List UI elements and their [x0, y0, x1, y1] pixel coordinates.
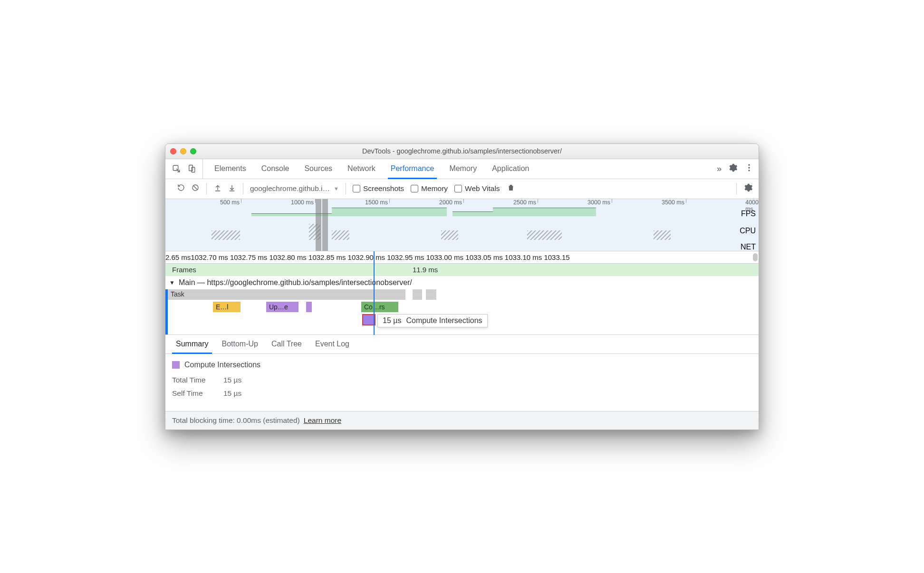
devtools-window: DevTools - googlechrome.github.io/sample… [165, 143, 759, 430]
frames-value: 11.9 ms [413, 266, 438, 274]
task-span[interactable]: Task [168, 289, 405, 300]
svg-point-3 [748, 164, 750, 166]
tooltip-name: Compute Intersections [406, 316, 482, 325]
vertical-scrollbar[interactable] [753, 253, 758, 261]
recording-selector[interactable]: googlechrome.github.i… ▼ [250, 184, 339, 193]
tab-elements[interactable]: Elements [207, 159, 254, 179]
event-span[interactable]: Co…rs [361, 302, 398, 312]
svg-rect-2 [192, 167, 195, 172]
main-thread-title: Main — https://googlechrome.github.io/sa… [179, 278, 412, 287]
flame-chart[interactable]: Task E…l Up…e Co…rs 15 µs Compute Inters… [165, 289, 759, 335]
dropdown-triangle-icon: ▼ [334, 186, 339, 191]
inspect-icon[interactable] [172, 164, 181, 173]
main-tabs-row: Elements Console Sources Network Perform… [165, 159, 759, 179]
kebab-menu-icon[interactable] [744, 163, 754, 174]
tab-console[interactable]: Console [254, 159, 297, 179]
summary-panel: Compute Intersections Total Time 15 µs S… [165, 354, 759, 411]
event-span[interactable]: Up…e [266, 302, 298, 312]
detail-tab-event-log[interactable]: Event Log [308, 335, 356, 353]
event-tooltip: 15 µs Compute Intersections [377, 314, 488, 327]
event-color-chip [172, 361, 180, 369]
detail-tab-call-tree[interactable]: Call Tree [265, 335, 308, 353]
overview-label-cpu: CPU [740, 227, 756, 235]
summary-row: Self Time 15 µs [172, 389, 752, 398]
overview-fps [165, 208, 740, 216]
detail-ruler[interactable]: 2.65 ms 1032.70 ms 1032.75 ms 1032.80 ms… [165, 251, 759, 264]
overview-pane[interactable]: 500 ms 1000 ms 1500 ms 2000 ms 2500 ms 3… [165, 199, 759, 251]
overview-label-fps: FPS [741, 210, 756, 218]
settings-icon[interactable] [728, 163, 738, 174]
overview-label-net: NET [741, 243, 756, 251]
window-title: DevTools - googlechrome.github.io/sample… [165, 147, 759, 155]
task-span[interactable] [413, 289, 422, 300]
learn-more-link[interactable]: Learn more [304, 416, 341, 425]
titlebar: DevTools - googlechrome.github.io/sample… [165, 144, 759, 159]
svg-point-4 [748, 167, 750, 168]
frames-row[interactable]: Frames 11.9 ms [165, 264, 759, 276]
tab-memory[interactable]: Memory [442, 159, 484, 179]
tab-sources[interactable]: Sources [297, 159, 340, 179]
checkbox-icon [454, 185, 462, 192]
detail-tab-bottom-up[interactable]: Bottom-Up [215, 335, 264, 353]
total-blocking-time: Total blocking time: 0.00ms (estimated) [172, 416, 300, 425]
disclosure-triangle-icon[interactable]: ▼ [169, 279, 175, 286]
delete-icon[interactable] [507, 183, 515, 194]
overview-window-handle-right[interactable] [322, 199, 328, 251]
tab-network[interactable]: Network [340, 159, 383, 179]
svg-rect-1 [189, 165, 193, 171]
summary-row: Total Time 15 µs [172, 376, 752, 384]
task-span[interactable] [426, 289, 436, 300]
web-vitals-checkbox[interactable]: Web Vitals [454, 184, 500, 193]
main-thread-header[interactable]: ▼ Main — https://googlechrome.github.io/… [165, 276, 759, 289]
capture-settings-icon[interactable] [743, 183, 753, 194]
performance-toolbar: googlechrome.github.i… ▼ Screenshots Mem… [165, 179, 759, 199]
download-icon[interactable] [228, 183, 236, 194]
event-span[interactable] [306, 302, 312, 312]
reload-icon[interactable] [177, 183, 185, 194]
clear-icon[interactable] [191, 183, 200, 194]
recording-name: googlechrome.github.i… [250, 184, 330, 193]
svg-point-5 [748, 170, 750, 171]
upload-icon[interactable] [213, 183, 222, 194]
tooltip-duration: 15 µs [383, 316, 401, 325]
more-tabs-icon[interactable]: » [717, 164, 722, 174]
overview-ruler: 500 ms 1000 ms 1500 ms 2000 ms 2500 ms 3… [165, 199, 759, 208]
summary-event-name: Compute Intersections [184, 361, 260, 369]
device-toggle-icon[interactable] [187, 164, 196, 173]
frames-label: Frames [172, 266, 196, 274]
status-footer: Total blocking time: 0.00ms (estimated) … [165, 411, 759, 430]
tab-application[interactable]: Application [484, 159, 537, 179]
checkbox-icon [353, 185, 360, 192]
detail-tab-summary[interactable]: Summary [169, 335, 215, 353]
overview-window-handle-left[interactable] [316, 199, 321, 251]
playhead[interactable] [374, 251, 375, 335]
event-span[interactable]: E…l [213, 302, 241, 312]
tab-performance[interactable]: Performance [383, 159, 442, 179]
main-tabs: Elements Console Sources Network Perform… [207, 159, 712, 179]
detail-tabs: Summary Bottom-Up Call Tree Event Log [165, 335, 759, 354]
checkbox-icon [411, 185, 418, 192]
screenshots-checkbox[interactable]: Screenshots [353, 184, 404, 193]
memory-checkbox[interactable]: Memory [411, 184, 448, 193]
overview-cpu [165, 218, 740, 240]
